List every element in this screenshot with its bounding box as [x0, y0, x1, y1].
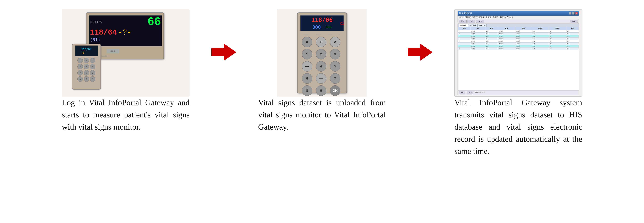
arrow-1-body — [212, 48, 224, 56]
his-table-body: 1 患者A 36.5 72次/分 18次/分 118 75 98% 2 — [458, 30, 579, 50]
cell-temp: 37.5 — [485, 45, 498, 48]
ctrl-dot-2 — [112, 50, 114, 52]
h-key-5: 5 — [84, 64, 89, 69]
monitor-controls — [107, 49, 119, 54]
d2-key-9: 9 — [316, 85, 326, 96]
window-controls: _ □ × — [569, 12, 578, 14]
arrow-1-head — [224, 44, 236, 61]
maximize-btn[interactable]: □ — [572, 12, 574, 14]
device2-screen: 118/06 000 005 — [300, 15, 344, 31]
cell-sbp: 122 — [532, 38, 549, 40]
d2-spo2-value: 005 — [326, 25, 332, 29]
his-table-header: 序号 姓名 体温 脉搏 呼吸 收缩压 舒张压 血氧 — [458, 27, 579, 30]
footer-cancel[interactable]: 取消 — [467, 91, 473, 94]
cell-sbp: 115 — [532, 35, 549, 38]
table-row: 8 患者H 36.9 78次/分 18次/分 125 82 98% — [458, 48, 579, 50]
cell-spo2: 96% — [566, 40, 579, 42]
col-name: 姓名 — [470, 27, 485, 30]
d2-bp-value: 118/06 — [311, 16, 332, 23]
d2-pulse-value: 000 — [312, 24, 321, 30]
cell-dbp: 82 — [549, 48, 566, 50]
d2-key-1: 1 — [302, 49, 312, 60]
cell-pulse: 90次/分 — [498, 42, 515, 45]
cell-dbp: 85 — [549, 40, 566, 42]
device1-composite: PHILIPS 66 118/64 -?- (81) — [67, 12, 184, 94]
cell-resp: 19次/分 — [515, 35, 532, 38]
menu-tools[interactable]: 工具(T) — [493, 16, 498, 18]
cell-seq: 8 — [458, 48, 471, 50]
table-row: 6 患者F 36.4 90次/分 22次/分 135 88 95% — [458, 42, 579, 45]
cell-dbp: 70 — [549, 35, 566, 38]
step-1-block: PHILIPS 66 118/64 -?- (81) — [40, 6, 212, 136]
arrow-1-container — [212, 6, 236, 61]
menu-edit[interactable]: 编辑(E) — [465, 16, 471, 18]
cell-pulse: 72次/分 — [498, 30, 515, 32]
cell-name: 患者E — [470, 40, 485, 42]
h-key-hash: # — [90, 76, 95, 82]
toolbar-save[interactable]: 保存 — [459, 20, 466, 23]
cell-temp: 37.2 — [485, 35, 498, 38]
menu-help[interactable]: 帮助(H) — [507, 16, 513, 18]
table-row: 1 患者A 36.5 72次/分 18次/分 118 75 98% — [458, 30, 579, 32]
table-row: 2 患者B 36.8 80次/分 17次/分 120 80 99% — [458, 32, 579, 35]
cell-seq: 1 — [458, 30, 471, 32]
subtab-orders[interactable]: 医嘱信息 — [478, 24, 486, 27]
ctrl-dot-3 — [114, 50, 116, 52]
step-2-text: Vital signs dataset is uploaded from vit… — [258, 96, 386, 133]
step-1-image: PHILIPS 66 118/64 -?- (81) — [62, 9, 190, 96]
minimize-btn[interactable]: _ — [569, 12, 571, 14]
his-menubar: 文件(F) 编辑(E) 查看(V) 插入(I) 格式(O) 工具(T) 窗口(W… — [458, 16, 579, 19]
col-temp: 体温 — [485, 27, 498, 30]
footer-confirm[interactable]: 确认 — [459, 91, 465, 94]
cell-resp: 21次/分 — [515, 45, 532, 48]
cell-pulse: 80次/分 — [498, 32, 515, 35]
cell-spo2: 95% — [566, 42, 579, 45]
d2-red-annotation: 01 — [340, 22, 344, 26]
screen-label: PHILIPS — [90, 20, 102, 24]
main-monitor-screen: PHILIPS 66 118/64 -?- (81) — [89, 15, 162, 46]
h-key-8: 8 — [84, 70, 89, 76]
close-btn[interactable]: × — [575, 12, 578, 14]
d2-key-0: 0 — [302, 37, 312, 47]
cell-temp: 36.5 — [485, 30, 498, 32]
table-row: 5 患者E 37.0 85次/分 20次/分 130 85 96% — [458, 40, 579, 42]
d2-key-2: 2 — [316, 49, 326, 60]
menu-format[interactable]: 格式(O) — [486, 16, 492, 18]
cell-name: 患者C — [470, 35, 485, 38]
step-3-image: 病历模板系统 _ □ × 文件(F) 编辑(E) 查看(V) 插入(I) 格式(… — [454, 9, 582, 96]
toolbar-refresh[interactable]: 刷新 — [570, 20, 578, 23]
cell-dbp: 78 — [549, 38, 566, 40]
cell-name: 患者F — [470, 42, 485, 45]
his-titlebar: 病历模板系统 _ □ × — [458, 11, 579, 16]
subtab-vitals[interactable]: 生命体征 — [459, 24, 468, 27]
cell-seq: 7 — [458, 45, 471, 48]
d2-key-8: 8 — [302, 85, 312, 96]
cell-temp: 36.6 — [485, 38, 498, 40]
h-key-star: ★ — [78, 76, 83, 82]
d2-label-weight: Weight — [316, 33, 321, 35]
cell-temp: 36.8 — [485, 32, 498, 35]
h-key-4: 4 — [78, 64, 83, 69]
screen-hr: (81) — [90, 37, 161, 42]
menu-window[interactable]: 窗口(W) — [500, 16, 506, 18]
menu-insert[interactable]: 插入(I) — [479, 16, 484, 18]
his-toolbar: 保存 打印 导出 刷新 — [458, 19, 579, 24]
cell-pulse: 78次/分 — [498, 48, 515, 50]
arrow-2-head — [420, 44, 432, 61]
cell-name: 患者B — [470, 32, 485, 35]
cell-sbp: 120 — [532, 32, 549, 35]
cell-sbp: 118 — [532, 45, 549, 48]
step-1-text: Log in Vital InfoPortal Gateway and star… — [62, 96, 190, 133]
h-key-0: 0 — [84, 76, 89, 82]
step-2-block: 118/06 000 005 Height Weight Temp BI 0 — [236, 6, 408, 136]
handset-screen: 118/6472 — [75, 46, 98, 56]
device2-keypad: 0 ⊙ ✕ 1 2 3 — 4 5 6 — 7 8 9 OK — [302, 37, 342, 96]
toolbar-export[interactable]: 导出 — [476, 20, 484, 23]
subtab-records[interactable]: 电子病历 — [468, 24, 477, 27]
menu-view[interactable]: 查看(V) — [472, 16, 478, 18]
menu-file[interactable]: 文件(F) — [458, 16, 464, 18]
d2-key-7: 7 — [330, 73, 340, 84]
d2-labels: Height Weight Temp BI — [300, 33, 344, 35]
ctrl-dot-1 — [110, 50, 112, 52]
toolbar-print[interactable]: 打印 — [468, 20, 475, 23]
